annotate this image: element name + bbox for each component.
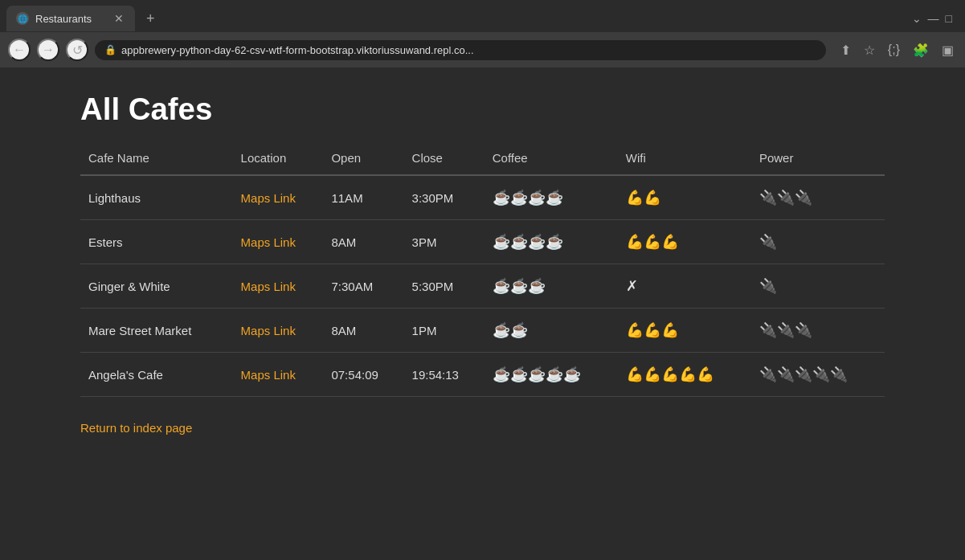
tab-title: Restaurants — [35, 13, 106, 25]
tab-close-button[interactable]: ✕ — [112, 10, 125, 27]
cafe-location[interactable]: Maps Link — [233, 175, 324, 220]
browser-chrome: 🌐 Restaurants ✕ + ⌄ — □ ← → ↺ 🔒 appbrewe… — [0, 0, 965, 67]
window-controls: ⌄ — □ — [912, 12, 959, 25]
table-row: Mare Street MarketMaps Link8AM1PM☕☕💪💪💪🔌🔌… — [80, 309, 885, 353]
cafe-close: 5:30PM — [404, 264, 485, 309]
cafe-name: Mare Street Market — [80, 309, 233, 353]
cafe-open: 07:54:09 — [323, 353, 403, 397]
back-button[interactable]: ← — [8, 39, 31, 61]
cafe-close: 3:30PM — [404, 175, 485, 220]
toolbar-icons: ⬆ ☆ {;} 🧩 ▣ — [837, 39, 957, 61]
chevron-icon[interactable]: ⌄ — [912, 12, 922, 25]
cafe-coffee: ☕☕ — [485, 309, 618, 353]
cafe-location[interactable]: Maps Link — [233, 220, 324, 264]
cafe-power: 🔌🔌🔌 — [751, 309, 885, 353]
cafe-close: 3PM — [404, 220, 485, 264]
cafe-name: Angela's Cafe — [80, 353, 233, 397]
cafe-power: 🔌🔌🔌 — [751, 175, 885, 220]
cafe-location[interactable]: Maps Link — [233, 353, 324, 397]
table-row: Angela's CafeMaps Link07:54:0919:54:13☕☕… — [80, 353, 885, 397]
minimize-button[interactable]: — — [928, 12, 939, 25]
bookmark-icon[interactable]: ☆ — [861, 39, 878, 61]
cafe-power: 🔌 — [751, 264, 885, 309]
cafes-table: Cafe Name Location Open Close Coffee Wif… — [80, 143, 885, 397]
new-tab-button[interactable]: + — [141, 10, 160, 27]
puzzle-icon[interactable]: 🧩 — [910, 39, 932, 61]
cafe-coffee: ☕☕☕☕ — [485, 220, 618, 264]
table-body: LighthausMaps Link11AM3:30PM☕☕☕☕💪💪🔌🔌🔌Est… — [80, 175, 885, 397]
col-header-close: Close — [404, 143, 485, 175]
page-content: All Cafes Cafe Name Location Open Close … — [0, 67, 965, 517]
active-tab[interactable]: 🌐 Restaurants ✕ — [6, 6, 135, 31]
table-row: EstersMaps Link8AM3PM☕☕☕☕💪💪💪🔌 — [80, 220, 885, 264]
col-header-coffee: Coffee — [485, 143, 618, 175]
cafe-open: 7:30AM — [323, 264, 403, 309]
address-bar[interactable]: 🔒 appbrewery-python-day-62-csv-wtf-form-… — [95, 40, 826, 60]
cafe-name: Esters — [80, 220, 233, 264]
cafe-name: Lighthaus — [80, 175, 233, 220]
tab-bar: 🌐 Restaurants ✕ + ⌄ — □ — [0, 0, 965, 32]
cafe-wifi: ✗ — [618, 264, 751, 309]
cafe-wifi: 💪💪💪 — [618, 309, 751, 353]
table-header: Cafe Name Location Open Close Coffee Wif… — [80, 143, 885, 175]
maps-link[interactable]: Maps Link — [241, 235, 296, 249]
cafe-power: 🔌🔌🔌🔌🔌 — [751, 353, 885, 397]
sidebar-icon[interactable]: ▣ — [938, 39, 957, 61]
table-row: Ginger & WhiteMaps Link7:30AM5:30PM☕☕☕✗🔌 — [80, 264, 885, 309]
cafe-power: 🔌 — [751, 220, 885, 264]
col-header-open: Open — [323, 143, 403, 175]
address-bar-row: ← → ↺ 🔒 appbrewery-python-day-62-csv-wtf… — [0, 32, 965, 67]
cafe-location[interactable]: Maps Link — [233, 309, 324, 353]
col-header-wifi: Wifi — [618, 143, 751, 175]
cafe-name: Ginger & White — [80, 264, 233, 309]
cafe-close: 1PM — [404, 309, 485, 353]
maximize-button[interactable]: □ — [946, 12, 952, 25]
return-to-index-link[interactable]: Return to index page — [80, 421, 192, 435]
cafe-location[interactable]: Maps Link — [233, 264, 324, 309]
cafe-coffee: ☕☕☕ — [485, 264, 618, 309]
table-row: LighthausMaps Link11AM3:30PM☕☕☕☕💪💪🔌🔌🔌 — [80, 175, 885, 220]
extensions-icon[interactable]: {;} — [885, 39, 903, 60]
page-title: All Cafes — [80, 92, 885, 127]
cafe-coffee: ☕☕☕☕☕ — [485, 353, 618, 397]
tab-favicon: 🌐 — [16, 12, 29, 25]
reload-button[interactable]: ↺ — [66, 39, 88, 61]
cafe-wifi: 💪💪 — [618, 175, 751, 220]
col-header-location: Location — [233, 143, 324, 175]
address-text: appbrewery-python-day-62-csv-wtf-form-bo… — [121, 44, 816, 56]
cafe-wifi: 💪💪💪 — [618, 220, 751, 264]
maps-link[interactable]: Maps Link — [241, 280, 296, 293]
cafe-open: 8AM — [323, 309, 403, 353]
share-icon[interactable]: ⬆ — [837, 39, 854, 61]
cafe-open: 8AM — [323, 220, 403, 264]
cafe-open: 11AM — [323, 175, 403, 220]
col-header-name: Cafe Name — [80, 143, 233, 175]
lock-icon: 🔒 — [104, 44, 117, 55]
forward-button[interactable]: → — [37, 39, 59, 61]
col-header-power: Power — [751, 143, 885, 175]
cafe-close: 19:54:13 — [404, 353, 485, 397]
cafe-wifi: 💪💪💪💪💪 — [618, 353, 751, 397]
maps-link[interactable]: Maps Link — [241, 368, 296, 382]
cafe-coffee: ☕☕☕☕ — [485, 175, 618, 220]
maps-link[interactable]: Maps Link — [241, 191, 296, 205]
maps-link[interactable]: Maps Link — [241, 324, 296, 337]
